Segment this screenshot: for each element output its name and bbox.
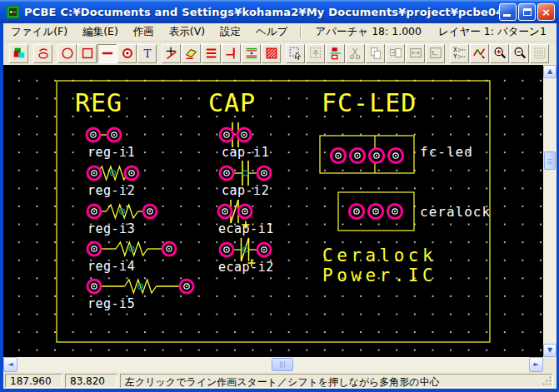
svg-text:T: T — [143, 47, 151, 60]
eraser-tool-button[interactable] — [182, 44, 201, 63]
toolbar: TX:Y: — [3, 42, 557, 65]
vertical-scroll-thumb[interactable] — [544, 151, 556, 170]
circle-tool-button[interactable] — [57, 44, 77, 63]
menu-help[interactable]: ヘルプ — [248, 22, 295, 42]
svg-text:Ceralock: Ceralock — [322, 246, 437, 265]
svg-text:cap-i2: cap-i2 — [222, 183, 269, 198]
svg-text:reg-i4: reg-i4 — [87, 259, 135, 274]
svg-text:reg-i5: reg-i5 — [87, 296, 135, 311]
svg-text:reg-i3: reg-i3 — [87, 221, 135, 236]
aperture-status: アパーチャ 18: 1.000 — [307, 25, 430, 39]
zoom-out-tool-button[interactable] — [510, 44, 529, 63]
horizontal-scrollbar[interactable]: ◄ ► — [3, 357, 543, 372]
flip-tool-button[interactable] — [326, 44, 345, 63]
svg-text:ecap-i2: ecap-i2 — [218, 260, 274, 275]
status-bar: 187.960 83.820 左クリックでライン作画スタート／シフトを押しながら… — [3, 372, 557, 389]
select-tool-button[interactable] — [286, 44, 305, 63]
window-controls: × — [499, 3, 555, 21]
menu-edit[interactable]: 編集(E) — [75, 22, 126, 42]
check-tool-button[interactable] — [470, 44, 489, 63]
maximize-button[interactable] — [518, 3, 536, 21]
window-title: PCBE C:¥Documents and Settings¥kohama2¥M… — [24, 6, 499, 18]
land-tool-button[interactable] — [222, 44, 241, 63]
menu-settings[interactable]: 設定 — [212, 22, 248, 42]
multi-line-tool-button[interactable] — [202, 44, 221, 63]
select-move-tool-button — [306, 44, 325, 63]
paste-tool-button — [386, 44, 405, 63]
svg-text:ecap-i1: ecap-i1 — [218, 221, 274, 236]
cursor-y-value: 83.820 — [65, 374, 117, 388]
xy-input-tool-button[interactable]: X:Y: — [450, 44, 469, 63]
svg-text:Power.IC: Power.IC — [322, 265, 437, 285]
zoom-in-tool-button[interactable] — [490, 44, 509, 63]
undo-tool-button — [426, 44, 445, 63]
rect-tool-button[interactable] — [77, 44, 97, 63]
maximize-icon — [523, 8, 532, 16]
cut-tool-button — [346, 44, 365, 63]
app-icon — [6, 5, 20, 19]
fill-tool-button[interactable] — [262, 44, 281, 63]
svg-text:REG: REG — [75, 88, 122, 117]
svg-text:reg-i2: reg-i2 — [87, 183, 135, 198]
close-icon: × — [542, 7, 551, 17]
layer-status: レイヤー 1: パターン1 — [430, 25, 555, 39]
svg-text:FC-LED: FC-LED — [322, 88, 417, 117]
svg-text:ceralock: ceralock — [420, 204, 491, 220]
scroll-up-button[interactable]: ▲ — [543, 65, 557, 78]
text-tool-button[interactable]: T — [137, 44, 157, 63]
menu-divider — [300, 26, 302, 38]
scroll-right-button[interactable]: ► — [529, 357, 543, 372]
status-message: 左クリックでライン作画スタート／シフトを押しながら多角形の中心 — [120, 374, 553, 388]
resize-grip[interactable] — [542, 375, 552, 386]
stretch-tool-button — [406, 44, 425, 63]
menu-items: ファイル(F)編集(E)作画表示(V)設定ヘルプ — [3, 22, 295, 42]
scroll-left-button[interactable]: ◄ — [3, 357, 17, 372]
cursor-x-value: 187.960 — [5, 374, 62, 388]
horizontal-scroll-thumb[interactable] — [272, 358, 293, 371]
menu-view[interactable]: 表示(V) — [162, 22, 212, 42]
scroll-down-button[interactable]: ▼ — [543, 344, 557, 357]
scrollbar-corner — [543, 357, 557, 372]
title-bar: PCBE C:¥Documents and Settings¥kohama2¥M… — [0, 0, 559, 23]
svg-text:Y:: Y: — [453, 52, 461, 60]
copy-tool-button — [366, 44, 385, 63]
arc-tool-button[interactable] — [33, 44, 52, 63]
draw-line-tool-button[interactable] — [162, 44, 181, 63]
svg-text:fc-led: fc-led — [420, 144, 473, 160]
grid-tool-button — [530, 44, 549, 63]
minimize-icon — [503, 14, 511, 17]
menu-file[interactable]: ファイル(F) — [3, 22, 75, 42]
vertical-scrollbar[interactable]: ▲ ▼ — [543, 65, 557, 357]
layers-tool-button[interactable] — [9, 44, 28, 63]
drawing-canvas[interactable]: REGCAPFC-LEDCeralockPower.ICreg-i1reg-i2… — [3, 65, 543, 357]
close-button[interactable]: × — [537, 3, 555, 21]
svg-text:reg-i1: reg-i1 — [87, 145, 135, 160]
board-drawing: REGCAPFC-LEDCeralockPower.ICreg-i1reg-i2… — [3, 65, 543, 357]
menu-draw[interactable]: 作画 — [126, 22, 162, 42]
svg-text:CAP: CAP — [208, 88, 256, 117]
line-tool-button[interactable] — [97, 44, 117, 63]
minimize-button[interactable] — [499, 3, 517, 21]
menu-bar: ファイル(F)編集(E)作画表示(V)設定ヘルプ アパーチャ 18: 1.000… — [3, 23, 557, 42]
pcbe-window: PCBE C:¥Documents and Settings¥kohama2¥M… — [0, 0, 559, 392]
pad-tool-button[interactable] — [117, 44, 137, 63]
svg-text:cap-i1: cap-i1 — [222, 145, 269, 160]
spacing-tool-button[interactable] — [242, 44, 261, 63]
